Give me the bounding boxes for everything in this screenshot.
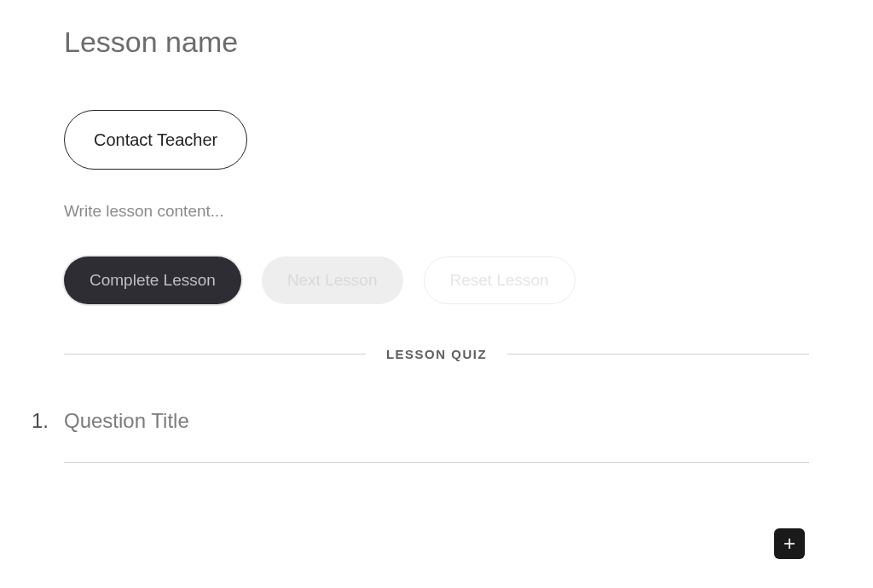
quiz-section-label: LESSON QUIZ bbox=[366, 347, 507, 361]
lesson-content-input[interactable] bbox=[64, 202, 809, 221]
contact-teacher-button[interactable]: Contact Teacher bbox=[64, 110, 247, 170]
complete-lesson-button[interactable]: Complete Lesson bbox=[64, 257, 241, 304]
plus-icon bbox=[782, 536, 797, 551]
next-lesson-button[interactable]: Next Lesson bbox=[262, 257, 403, 304]
question-title[interactable]: Question Title bbox=[64, 409, 189, 433]
lesson-title[interactable]: Lesson name bbox=[64, 26, 809, 59]
divider-line-right bbox=[507, 354, 809, 355]
question-underline bbox=[64, 462, 809, 463]
question-number: 1. bbox=[32, 409, 57, 433]
reset-lesson-button[interactable]: Reset Lesson bbox=[424, 257, 575, 304]
question-row: 1. Question Title bbox=[32, 409, 809, 433]
quiz-section-divider: LESSON QUIZ bbox=[64, 347, 809, 361]
divider-line-left bbox=[64, 354, 366, 355]
lesson-action-row: Complete Lesson Next Lesson Reset Lesson bbox=[64, 257, 809, 304]
add-question-button[interactable] bbox=[774, 528, 805, 559]
